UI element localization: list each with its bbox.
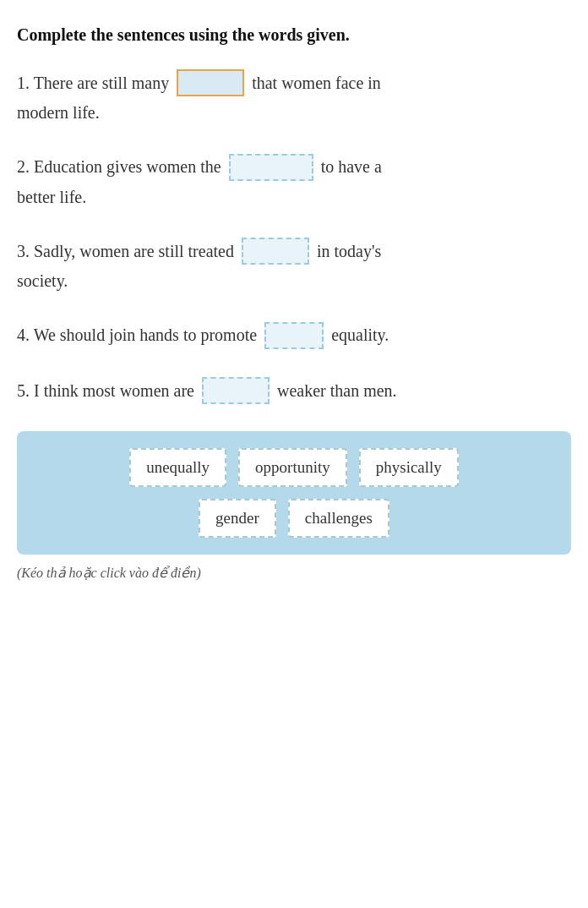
sentence-1: 1. There are still many that women face …	[17, 68, 571, 127]
sentence-5-part1: 5. I think most women are	[17, 381, 199, 400]
sentence-4: 4. We should join hands to promote equal…	[17, 320, 571, 350]
page-container: Complete the sentences using the words g…	[17, 25, 571, 581]
sentence-1-part1: 1. There are still many	[17, 74, 173, 92]
sentence-5-part2: weaker than men.	[277, 381, 397, 400]
sentence-3-part1: 3. Sadly, women are still treated	[17, 242, 238, 260]
word-chip-opportunity[interactable]: opportunity	[238, 448, 347, 487]
word-bank: unequally opportunity physically gender …	[17, 431, 571, 555]
word-chip-unequally[interactable]: unequally	[129, 448, 226, 487]
sentence-2: 2. Education gives women the to have abe…	[17, 152, 571, 211]
word-chip-gender[interactable]: gender	[199, 499, 276, 538]
page-title: Complete the sentences using the words g…	[17, 25, 571, 45]
blank-5[interactable]	[202, 377, 270, 404]
blank-4[interactable]	[264, 322, 324, 349]
hint-text: (Kéo thả hoặc click vào để điền)	[17, 565, 571, 581]
sentence-4-part1: 4. We should join hands to promote	[17, 325, 261, 344]
sentence-3: 3. Sadly, women are still treated in tod…	[17, 237, 571, 295]
word-chip-physically[interactable]: physically	[359, 448, 459, 487]
sentence-5: 5. I think most women are weaker than me…	[17, 376, 571, 406]
blank-2[interactable]	[229, 154, 313, 181]
sentence-4-part2: equality.	[331, 325, 389, 344]
blank-1[interactable]	[177, 69, 244, 96]
word-bank-row-1: unequally opportunity physically	[30, 448, 558, 487]
blank-3[interactable]	[242, 238, 309, 265]
word-chip-challenges[interactable]: challenges	[288, 499, 389, 538]
sentence-2-part1: 2. Education gives women the	[17, 157, 226, 176]
word-bank-row-2: gender challenges	[30, 499, 558, 538]
